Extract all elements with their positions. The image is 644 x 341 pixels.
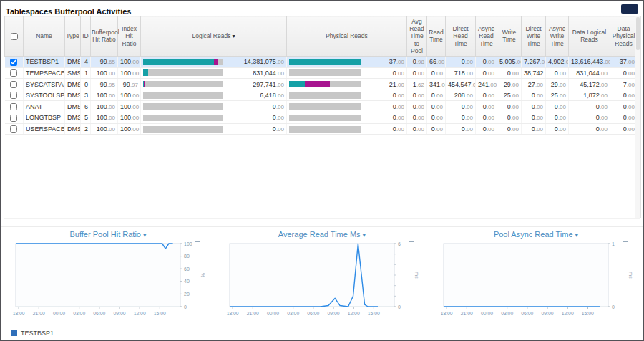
row-checkbox[interactable] <box>10 59 17 66</box>
chart-table-view-icon[interactable] <box>195 242 200 246</box>
col-header-bufferpool-hit-ratio[interactable]: Bufferpool Hit Ratio <box>91 16 118 57</box>
physical-reads-bar <box>289 81 361 87</box>
cell-select[interactable] <box>5 101 24 112</box>
svg-text:09:00: 09:00 <box>114 311 126 316</box>
cell-physical: 0.00 <box>287 112 407 124</box>
chart-title: Average Read Time Ms <box>278 230 361 239</box>
cell-async_write: 0.00 <box>546 123 569 135</box>
cell-type: DMS <box>65 79 81 90</box>
svg-text:03:00: 03:00 <box>73 311 85 316</box>
col-header-name[interactable]: Name <box>24 16 65 57</box>
svg-text:21:00: 21:00 <box>247 311 259 316</box>
select-all-checkbox[interactable] <box>11 33 18 40</box>
bar-segment-teal <box>289 59 361 65</box>
table-row[interactable]: SYSCATSPACEDMS099.9599.97297,741.0021.00… <box>5 79 638 90</box>
chart-table-view-icon[interactable] <box>409 242 414 246</box>
svg-text:12:00: 12:00 <box>562 311 574 316</box>
cell-read_time: 0.00 <box>427 112 446 124</box>
header-select-all[interactable] <box>5 16 24 57</box>
cell-async_write: 0.00 <box>546 112 569 124</box>
chart-table-view-icon[interactable] <box>623 242 628 246</box>
cell-async_write: 29.00 <box>546 79 569 90</box>
row-checkbox[interactable] <box>10 103 17 110</box>
chart-metric-dropdown[interactable]: Average Read Time Ms▾ <box>215 230 429 239</box>
col-header-physical-reads[interactable]: Physical Reads <box>287 16 407 57</box>
svg-text:ms: ms <box>628 272 633 279</box>
table-row[interactable]: LONGTBSPDMS5100.00100.000.000.000.000.00… <box>5 112 638 124</box>
cell-direct_read: 0.00 <box>446 123 476 135</box>
cell-type: DMS <box>65 123 81 135</box>
table-header-row: Name Type ID Bufferpool Hit Ratio Index … <box>5 16 638 57</box>
cell-write_time: 0.00 <box>497 123 522 135</box>
col-header-direct-write-time[interactable]: Direct Write Time <box>522 16 546 57</box>
table-row[interactable]: SYSTOOLSPACEDMS3100.00100.006,418.000.00… <box>5 90 638 101</box>
cell-name: TESTBSP1 <box>24 56 65 67</box>
cell-select[interactable] <box>5 112 24 124</box>
row-checkbox[interactable] <box>10 115 17 122</box>
logical-reads-bar <box>143 92 223 99</box>
chart-metric-dropdown[interactable]: Buffer Pool Hit Ratio▾ <box>1 230 215 239</box>
table-row[interactable]: TEMPSPACE1SMS1100.00100.00831,044.000.00… <box>5 67 638 79</box>
cell-data_physical: 0.00 <box>610 101 638 112</box>
cell-select[interactable] <box>5 123 24 135</box>
row-checkbox[interactable] <box>10 125 17 133</box>
col-header-data-physical-reads[interactable]: Data Physical Reads <box>610 16 638 57</box>
physical-reads-bar <box>289 69 361 76</box>
chevron-down-icon: ▾ <box>143 231 147 239</box>
cell-id: 2 <box>81 123 91 135</box>
scrollbar-thumb[interactable] <box>636 17 640 50</box>
cell-write_time: 0.00 <box>497 67 522 79</box>
svg-text:6: 6 <box>398 241 401 246</box>
col-header-async-read-time[interactable]: Async Read Time <box>476 16 497 57</box>
cell-direct_read: 718.00 <box>446 67 476 79</box>
col-header-read-time[interactable]: Read Time <box>427 16 446 57</box>
cell-async_write: 4,902.00 <box>546 56 569 67</box>
logical-reads-bar <box>143 126 223 133</box>
col-header-data-logical-reads[interactable]: Data Logical Reads <box>569 16 610 57</box>
cell-select[interactable] <box>5 90 24 101</box>
cell-direct_read: 0.00 <box>446 101 476 112</box>
physical-reads-bar <box>289 59 361 65</box>
col-header-write-time[interactable]: Write Time <box>497 16 522 57</box>
table-row[interactable]: TESTBSP1DMS499.65100.0014,381,075.0037.0… <box>5 56 638 67</box>
table-row[interactable]: ANATDMS6100.00100.000.000.000.000.000.00… <box>5 101 638 112</box>
svg-text:09:00: 09:00 <box>328 311 340 316</box>
svg-text:03:00: 03:00 <box>287 311 299 316</box>
cell-id: 1 <box>81 67 91 79</box>
cell-bp_hit: 99.65 <box>91 56 118 67</box>
cell-data_logical: 1,872.00 <box>569 90 610 101</box>
svg-text:20: 20 <box>184 292 190 297</box>
col-header-index-hit-ratio[interactable]: Index Hit Ratio <box>118 16 141 57</box>
logical-reads-bar <box>143 69 223 76</box>
col-header-id[interactable]: ID <box>81 16 91 57</box>
col-header-logical-reads[interactable]: Logical Reads▾ <box>141 16 287 57</box>
cell-physical: 0.00 <box>287 123 407 135</box>
chart-panel-buffer-pool-hit-ratio: Buffer Pool Hit Ratio▾ 020406080100%18:0… <box>1 227 215 317</box>
row-checkbox[interactable] <box>10 92 17 99</box>
titlebar: Tablespaces Bufferpool Activities <box>1 1 643 14</box>
app-menu-icon[interactable] <box>621 4 638 14</box>
col-header-async-write-time[interactable]: Async Write Time <box>546 16 569 57</box>
legend-label: TESTBSP1 <box>21 330 54 337</box>
col-header-direct-read-time[interactable]: Direct Read Time <box>446 16 476 57</box>
cell-async_write: 0.00 <box>546 101 569 112</box>
svg-text:21:00: 21:00 <box>33 311 45 316</box>
cell-select[interactable] <box>5 67 24 79</box>
col-header-type[interactable]: Type <box>65 16 81 57</box>
cell-select[interactable] <box>5 79 24 90</box>
chart-metric-dropdown[interactable]: Pool Async Read Time▾ <box>429 230 643 239</box>
cell-avg_pool: 0.00 <box>407 112 427 124</box>
col-header-avg-read-time-to-pool[interactable]: Avg Read Time to Pool <box>407 16 427 57</box>
table-row[interactable]: USERSPACE1DMS2100.00100.000.000.000.000.… <box>5 123 638 135</box>
cell-physical: 0.00 <box>287 90 407 101</box>
vertical-scrollbar[interactable] <box>635 16 641 218</box>
cell-direct_read: 0.00 <box>446 56 476 67</box>
row-checkbox[interactable] <box>10 69 17 77</box>
chart-title: Pool Async Read Time <box>494 230 573 239</box>
cell-write_time: 5,005.00 <box>497 56 522 67</box>
row-checkbox[interactable] <box>10 81 17 88</box>
cell-name: USERSPACE1 <box>24 123 65 135</box>
physical-reads-bar <box>289 92 361 99</box>
cell-select[interactable] <box>5 56 24 67</box>
cell-data_logical: 13,616,443.00 <box>569 56 610 67</box>
